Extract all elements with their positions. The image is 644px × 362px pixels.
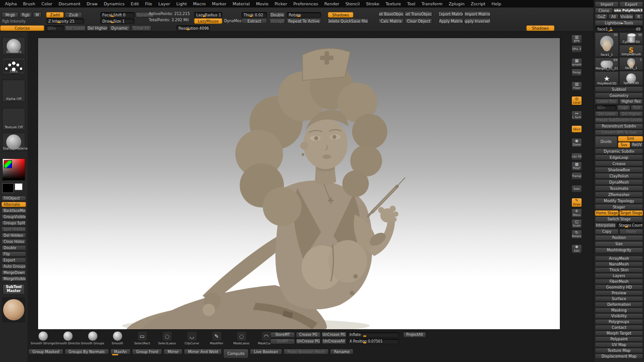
rotate-slider[interactable]: Rotate: [287, 12, 321, 18]
geometry-section-header[interactable]: Geometry: [595, 92, 643, 98]
del-lower-button[interactable]: Del Lower: [65, 25, 86, 31]
tool-section-header[interactable]: Dynamic Subdiv: [595, 148, 643, 154]
strip-button[interactable]: ▦ Dynamic: [571, 58, 582, 67]
tool-section-header[interactable]: DynaMesh: [595, 179, 643, 185]
tool-section-header[interactable]: ZRemesher: [595, 192, 643, 197]
current-texture-thumb[interactable]: Texture Off: [2, 108, 25, 130]
bottom-row2-button[interactable]: Mirror: [163, 349, 182, 354]
strip-button[interactable]: Qkvz: [571, 125, 582, 133]
bottom-row2-button[interactable]: Group Masked: [28, 349, 63, 354]
x-position-slider[interactable]: X Position 0.07501: [347, 339, 400, 344]
crease-pg-button[interactable]: Crease PG: [296, 332, 321, 338]
rgb-intensity-slider[interactable]: Rgb Intensity: [2, 19, 26, 23]
sdiv-slider[interactable]: SDiv: [45, 25, 64, 31]
sidebar-button[interactable]: Close Holes: [1, 239, 26, 244]
strip-button[interactable]: ↔ L.Sym: [571, 111, 582, 120]
smt-toggle[interactable]: Smt: [618, 136, 643, 142]
store-mt-button[interactable]: StoreMT: [270, 332, 295, 338]
menu-item[interactable]: Document: [55, 1, 83, 7]
tool-thumb-simplebrush[interactable]: S SimpleBrush: [619, 45, 643, 57]
subpalette-header[interactable]: Surface: [595, 296, 643, 301]
subpalette-header[interactable]: Geometry HD: [595, 285, 643, 290]
bottom-row2-button[interactable]: Groups By Normals: [65, 349, 109, 354]
subpalette-header[interactable]: Masking: [595, 308, 643, 313]
menu-item[interactable]: Draw: [83, 1, 101, 7]
document-canvas[interactable]: [38, 38, 560, 330]
subpalette-header[interactable]: UV Map: [595, 342, 643, 347]
m-button[interactable]: M: [33, 12, 42, 18]
sidebar-button[interactable]: Alternate: [1, 202, 26, 207]
delete-quicksave-button[interactable]: Delete QuickSave files: [328, 18, 369, 24]
sidebar-button[interactable]: FillObject: [1, 196, 26, 201]
paste-button[interactable]: Paste: [619, 229, 643, 235]
import-matrix-button[interactable]: Import Matrix: [464, 11, 491, 17]
menu-item[interactable]: Texture: [382, 1, 404, 7]
strip-button[interactable]: ✛ Move: [571, 208, 582, 218]
reconstruct-subdiv-button[interactable]: Reconstruct Subdiv: [595, 123, 643, 129]
convert-bpr-button[interactable]: Convert BPR To Geo: [595, 130, 643, 135]
stager-section-header[interactable]: Stager: [595, 204, 643, 210]
dynamic-button[interactable]: Dynamic: [109, 25, 130, 31]
repeat-to-active-button[interactable]: Repeat To Active: [287, 18, 321, 24]
strip-button[interactable]: ▦ PolyF: [571, 162, 582, 171]
current-tool-slider[interactable]: face1_1. 49: [595, 26, 643, 32]
tool-section-header[interactable]: Tessimate: [595, 185, 643, 191]
sdiv-slider[interactable]: SDiv: [595, 105, 617, 111]
current-brush-thumb[interactable]: Standard: [2, 37, 25, 55]
tool-section-header[interactable]: Crease: [595, 161, 643, 166]
extract-button[interactable]: Extract: [241, 18, 267, 24]
menu-item[interactable]: Brush: [20, 1, 38, 7]
export-matrix-button[interactable]: Export Matrix: [438, 11, 463, 17]
secondary-color-swatch[interactable]: [15, 183, 23, 190]
sidebar-button[interactable]: MergeVisible: [1, 276, 26, 281]
menu-item[interactable]: Zplugin: [446, 1, 468, 7]
double-button[interactable]: Double: [269, 12, 285, 18]
set-baseobject-button[interactable]: Set BaseObject: [378, 11, 404, 17]
shadows-right-button[interactable]: Shadows: [526, 25, 555, 31]
lazy-mouse-button[interactable]: LazyMouse: [194, 18, 222, 24]
menu-item[interactable]: Macro: [190, 1, 209, 7]
subpalette-header[interactable]: Layers: [595, 273, 643, 278]
goz-r-button[interactable]: R: [634, 14, 643, 19]
sidebar-button[interactable]: Split Hidden: [1, 227, 26, 232]
menu-item[interactable]: Tool: [404, 1, 418, 7]
menu-item[interactable]: Picker: [272, 1, 290, 7]
brush-button[interactable]: Smooth: [105, 331, 129, 345]
menu-item[interactable]: Stroke: [363, 1, 382, 7]
hue-selector-icon[interactable]: [4, 160, 12, 168]
menu-item[interactable]: Light: [173, 1, 190, 7]
tool-thumb-face1-1[interactable]: 30 face1_1: [595, 32, 619, 57]
zadd-button[interactable]: Zadd: [46, 12, 64, 18]
strip-button[interactable]: ◉ Zoom: [571, 138, 582, 147]
bottom-row2-button[interactable]: MaxAn: [110, 349, 131, 354]
strip-button[interactable]: SPix 3: [571, 45, 582, 53]
subpalette-header[interactable]: FiberMesh: [595, 279, 643, 284]
brush-button[interactable]: Smooth Stronger: [31, 331, 55, 345]
current-material-thumb[interactable]: StartupMaterial: [2, 133, 25, 151]
divide-button[interactable]: Divide: [595, 136, 617, 148]
goz-all-button[interactable]: All: [608, 14, 619, 19]
goz-button[interactable]: GoZ: [595, 14, 608, 19]
sidebar-button[interactable]: Groups Split: [1, 220, 26, 226]
menu-item[interactable]: Color: [38, 1, 55, 7]
subpalette-header[interactable]: Texture Map: [595, 348, 643, 353]
focal-shift-slider[interactable]: Focal Shift 0: [100, 12, 135, 18]
clear-object-button[interactable]: Clear Object: [405, 18, 432, 24]
sidebar-button[interactable]: Export: [1, 258, 26, 263]
menu-item[interactable]: Alpha: [2, 1, 20, 7]
subtool-section-header[interactable]: Subtool: [595, 86, 643, 92]
brush-button[interactable]: ▭ SelectRect: [130, 331, 154, 345]
uncrease-pg2-button[interactable]: UnCrease PG: [296, 339, 321, 344]
inflate-slider[interactable]: Inflate: [347, 332, 400, 338]
subpalette-header[interactable]: Morph Target: [595, 331, 643, 336]
subpalette-header[interactable]: Deformation: [595, 302, 643, 307]
sidebar-button[interactable]: Auto Groups: [1, 264, 26, 269]
higher-res-button[interactable]: Higher Res: [619, 99, 643, 104]
menu-item[interactable]: Material: [229, 1, 253, 7]
del-higher-button[interactable]: Del Higher: [87, 25, 108, 31]
strip-button[interactable]: ✎ Draw: [571, 198, 582, 207]
bottom-row2-button[interactable]: Make Boolean Mesh: [283, 349, 329, 354]
make-polymesh3d-button[interactable]: Make PolyMesh3D: [613, 8, 643, 13]
stages-count-slider[interactable]: Stages Count 8: [617, 223, 643, 228]
strip-button[interactable]: ▥ BPR: [571, 35, 582, 44]
